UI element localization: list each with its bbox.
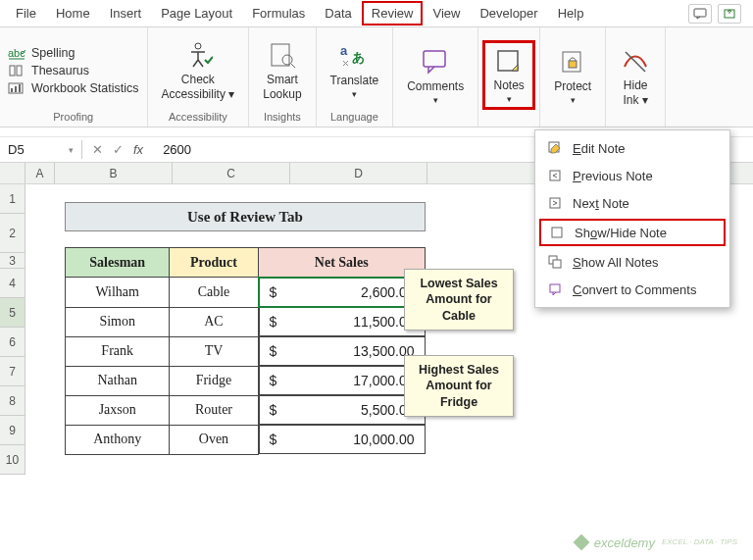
menu-show-hide-note[interactable]: Show/Hide Note — [539, 219, 726, 246]
group-proofing: abcSpelling Thesaurus Workbook Statistic… — [0, 27, 148, 127]
svg-rect-24 — [550, 284, 560, 292]
fx-icon[interactable]: fx — [133, 142, 143, 157]
comments-button[interactable]: Comments▾ — [401, 46, 470, 106]
row-8[interactable]: 8 — [0, 386, 25, 416]
tab-help[interactable]: Help — [548, 1, 594, 25]
tab-developer[interactable]: Developer — [470, 1, 547, 25]
svg-rect-20 — [550, 198, 560, 208]
menu-edit-note[interactable]: Edit Note — [535, 134, 729, 162]
group-language: aあ Translate▾ Language — [317, 27, 394, 127]
tab-review[interactable]: Review — [362, 1, 424, 25]
col-C[interactable]: C — [173, 163, 290, 183]
note-highest[interactable]: Highest Sales Amount for Fridge — [404, 355, 514, 417]
row-5[interactable]: 5 — [0, 298, 25, 328]
group-label-proofing: Proofing — [53, 109, 93, 125]
selected-cell[interactable]: $2,600.00 — [259, 278, 426, 307]
col-D[interactable]: D — [290, 163, 427, 183]
menu-show-all-notes[interactable]: Show All Notes — [535, 248, 729, 276]
col-B[interactable]: B — [55, 163, 173, 183]
col-A[interactable]: A — [25, 163, 55, 183]
share-icon[interactable] — [718, 4, 741, 24]
cancel-icon[interactable]: ✕ — [92, 142, 103, 157]
table-row: AnthonyOven$10,000.00 — [66, 425, 426, 454]
group-notes: Notes▾ — [478, 27, 540, 127]
header-salesman[interactable]: Salesman — [66, 248, 170, 278]
svg-rect-17 — [569, 61, 577, 68]
header-netsales[interactable]: Net Sales — [258, 248, 425, 278]
smart-lookup-button[interactable]: SmartLookup — [257, 39, 307, 101]
svg-rect-8 — [19, 84, 21, 92]
workbook-stats-button[interactable]: Workbook Statistics — [8, 81, 139, 95]
tab-data[interactable]: Data — [315, 1, 361, 25]
check-accessibility-button[interactable]: CheckAccessibility ▾ — [156, 39, 241, 101]
tab-home[interactable]: Home — [46, 1, 100, 25]
table-row: WilhamCable $2,600.00 — [66, 278, 426, 308]
header-product[interactable]: Product — [170, 248, 258, 278]
comments-toggle-icon[interactable] — [688, 4, 712, 24]
svg-rect-4 — [17, 66, 22, 76]
watermark: exceldemyEXCEL · DATA · TIPS — [574, 535, 737, 550]
svg-rect-19 — [550, 171, 560, 180]
name-box[interactable]: D5▾ — [0, 140, 82, 159]
svg-point-11 — [282, 55, 292, 65]
group-insights: SmartLookup Insights — [249, 27, 316, 127]
svg-rect-25 — [574, 535, 589, 550]
row-1[interactable]: 1 — [0, 184, 25, 214]
row-7[interactable]: 7 — [0, 357, 25, 386]
svg-rect-7 — [15, 86, 17, 92]
sheet-title[interactable]: Use of Review Tab — [65, 202, 426, 231]
note-lowest[interactable]: Lowest Sales Amount for Cable — [404, 269, 514, 331]
ribbon-tabs: File Home Insert Page Layout Formulas Da… — [0, 0, 753, 27]
hide-ink-button[interactable]: HideInk ▾ — [614, 45, 657, 107]
svg-point-9 — [195, 43, 201, 49]
tab-insert[interactable]: Insert — [100, 1, 152, 25]
menu-previous-note[interactable]: Previous Note — [535, 162, 729, 189]
svg-rect-21 — [552, 228, 562, 237]
data-table: Salesman Product Net Sales WilhamCable $… — [65, 247, 426, 455]
thesaurus-button[interactable]: Thesaurus — [8, 64, 139, 77]
select-all[interactable] — [0, 163, 25, 183]
group-protect: Protect▾ — [540, 27, 606, 127]
row-6[interactable]: 6 — [0, 328, 25, 357]
row-10[interactable]: 10 — [0, 445, 25, 475]
enter-icon[interactable]: ✓ — [113, 142, 124, 157]
translate-button[interactable]: aあ Translate▾ — [325, 40, 385, 100]
notes-button[interactable]: Notes▾ — [487, 45, 530, 105]
row-2[interactable]: 2 — [0, 214, 25, 253]
svg-rect-3 — [10, 66, 15, 76]
row-headers: 1 2 3 4 5 6 7 8 9 10 — [0, 184, 25, 475]
menu-convert-comments[interactable]: Convert to Comments — [535, 276, 729, 303]
group-accessibility: CheckAccessibility ▾ Accessibility — [148, 27, 250, 127]
spelling-button[interactable]: abcSpelling — [8, 46, 139, 60]
table-row: NathanFridge$17,000.00 — [66, 366, 426, 395]
row-3[interactable]: 3 — [0, 253, 25, 269]
protect-button[interactable]: Protect▾ — [548, 46, 597, 106]
row-9[interactable]: 9 — [0, 416, 25, 445]
tab-file[interactable]: File — [6, 1, 46, 25]
table-row: SimonAC$11,500.00 — [66, 307, 426, 336]
svg-text:あ: あ — [352, 50, 365, 65]
svg-rect-23 — [553, 260, 561, 268]
svg-rect-0 — [694, 9, 706, 17]
row-4[interactable]: 4 — [0, 269, 25, 298]
svg-rect-14 — [424, 51, 445, 67]
tab-formulas[interactable]: Formulas — [242, 1, 315, 25]
group-comments: Comments▾ — [393, 27, 478, 127]
group-label-insights: Insights — [264, 109, 301, 125]
group-label-accessibility: Accessibility — [169, 109, 227, 125]
menu-next-note[interactable]: Next Note — [535, 189, 729, 217]
table-row: JaxsonRouter$5,500.00 — [66, 395, 426, 425]
tab-pagelayout[interactable]: Page Layout — [151, 1, 242, 25]
notes-menu: Edit Note Previous Note Next Note Show/H… — [534, 129, 730, 308]
ribbon: abcSpelling Thesaurus Workbook Statistic… — [0, 27, 753, 127]
tab-view[interactable]: View — [423, 1, 470, 25]
group-ink: HideInk ▾ — [606, 27, 666, 127]
table-row: FrankTV$13,500.00 — [66, 336, 426, 366]
group-label-language: Language — [330, 109, 378, 125]
svg-text:a: a — [340, 43, 348, 58]
svg-rect-6 — [11, 88, 13, 92]
